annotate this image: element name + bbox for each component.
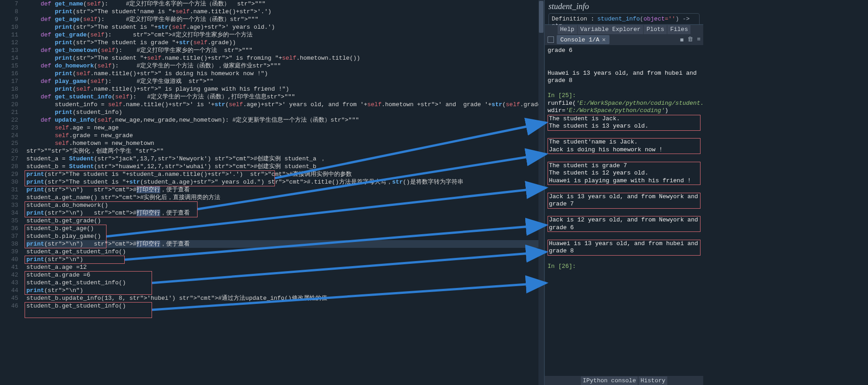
console-tab[interactable]: Console 1/A✕ xyxy=(557,35,609,44)
trash-icon[interactable]: 🗑 xyxy=(687,36,693,43)
stop-icon[interactable]: ◼ xyxy=(680,36,684,43)
menu-icon[interactable]: ≡ xyxy=(697,36,700,43)
tab-variable-explorer[interactable]: Variable Explorer xyxy=(578,25,644,34)
code-line[interactable]: print(self.name.title()+str">" is playin… xyxy=(26,85,544,93)
code-line[interactable]: def get_student_info(self): #定义学生的一个方法（函… xyxy=(26,93,544,101)
code-line[interactable]: student_a = Student(str">"jack",13,7,str… xyxy=(26,155,544,163)
code-line[interactable]: print(str">"\n") str">"cmt">#打印空行，便于查看 xyxy=(26,209,544,217)
editor-scrollbar[interactable] xyxy=(538,0,544,385)
code-line[interactable]: print(student_info) xyxy=(26,108,544,116)
code-line[interactable]: student_a.do_homework() xyxy=(26,201,544,209)
code-line[interactable]: print(str">"The student is "+str(student… xyxy=(26,178,544,186)
code-line[interactable]: def get_name(self): #定义打印学生名字的一个方法（函数） s… xyxy=(26,0,544,8)
tab-plots[interactable]: Plots xyxy=(644,25,667,34)
code-line[interactable]: student_b.get_grade() xyxy=(26,217,544,225)
code-line[interactable]: def play_game(self): #定义学生做游戏 str">"" xyxy=(26,77,544,85)
scrollbar-thumb[interactable] xyxy=(539,1,543,33)
tab-ipython-console[interactable]: IPython console xyxy=(581,376,638,385)
code-line[interactable]: student_info = self.name.title()+str">' … xyxy=(26,101,544,108)
code-line[interactable]: def do_homework(self): #定义学生的一个方法（函数），做家… xyxy=(26,62,544,70)
code-line[interactable]: student_b.update_info(13, 8, str">'hubei… xyxy=(26,294,544,302)
code-line[interactable]: self.hometown = new_hometown xyxy=(26,139,544,147)
code-area[interactable]: def get_name(self): #定义打印学生名字的一个方法（函数） s… xyxy=(26,0,544,310)
code-line[interactable]: student_a.grade =6 xyxy=(26,271,544,279)
tab-files[interactable]: Files xyxy=(667,25,690,34)
ipython-console[interactable]: grade 6 Huawei is 13 years old, and from… xyxy=(545,45,703,376)
code-line[interactable]: student_b.get_student_info() xyxy=(26,302,544,310)
code-line[interactable]: student_a.get_student_info() xyxy=(26,279,544,287)
line-gutter: 7891011121314151617181920212223242526272… xyxy=(0,0,22,385)
help-tabs: Help Variable Explorer Plots Files xyxy=(545,25,703,34)
code-line[interactable]: student_b.get_age() xyxy=(26,225,544,232)
code-line[interactable]: self.age = new_age xyxy=(26,124,544,132)
code-line[interactable]: student_b.play_game() xyxy=(26,232,544,240)
tab-history[interactable]: History xyxy=(639,376,667,385)
code-line[interactable]: print(str">"The student is "+student_a.n… xyxy=(26,170,544,178)
right-panel: student_info Definition : student_info(o… xyxy=(544,0,703,385)
code-line[interactable]: print(str">"The student is "+str(self.ag… xyxy=(26,23,544,31)
code-line[interactable]: print(str">"\n") str">"cmt">#打印空行，便于查看 xyxy=(26,186,544,194)
code-line[interactable]: def get_grade(self): str">"cmt">#定义打印学生家… xyxy=(26,31,544,39)
help-title: student_info xyxy=(548,2,700,11)
code-editor[interactable]: 7891011121314151617181920212223242526272… xyxy=(0,0,544,385)
code-line[interactable]: student_b = Student(str">"huawei",12,7,s… xyxy=(26,163,544,170)
code-line[interactable]: def update_info(self,new_age,new_grade,n… xyxy=(26,116,544,124)
code-line[interactable]: print(str">"\n") str">"cmt">#打印空行，便于查看 xyxy=(26,240,544,248)
code-line[interactable]: student_a.get_name() str">"cmt">#实例化后，直接… xyxy=(26,194,544,201)
code-line[interactable]: str">""str">"实例化，创建两个学生 "str">"" xyxy=(26,147,544,155)
code-line[interactable]: student_a.get_student_info() xyxy=(26,248,544,256)
code-line[interactable]: print(str">"The student "+self.name.titl… xyxy=(26,54,544,62)
close-icon[interactable]: ✕ xyxy=(602,36,606,43)
code-line[interactable]: print(str">"\n") xyxy=(26,287,544,294)
code-line[interactable]: print(str">"The student'name is "+self.n… xyxy=(26,8,544,15)
console-tab-bar: Console 1/A✕ ◼ 🗑 ≡ xyxy=(545,34,703,45)
help-pane: student_info Definition : student_info(o… xyxy=(545,0,703,25)
code-line[interactable]: print(self.name.title()+str">" is doing … xyxy=(26,70,544,77)
code-line[interactable]: student_a.age =12 xyxy=(26,263,544,271)
code-line[interactable]: self.grade = new_grade xyxy=(26,132,544,139)
code-line[interactable]: print(str">"\n") xyxy=(26,256,544,263)
code-line[interactable]: def get_age(self): #定义打印学生年龄的一个方法（函数）str… xyxy=(26,15,544,23)
console-bottom-tabs: IPython console History xyxy=(545,376,703,385)
new-console-icon[interactable] xyxy=(548,36,554,43)
tab-help[interactable]: Help xyxy=(558,25,577,34)
code-line[interactable]: print(str">"The student is grade "+str(s… xyxy=(26,39,544,46)
code-line[interactable]: def get_hometown(self): #定义打印学生家乡的一个方法 s… xyxy=(26,46,544,54)
